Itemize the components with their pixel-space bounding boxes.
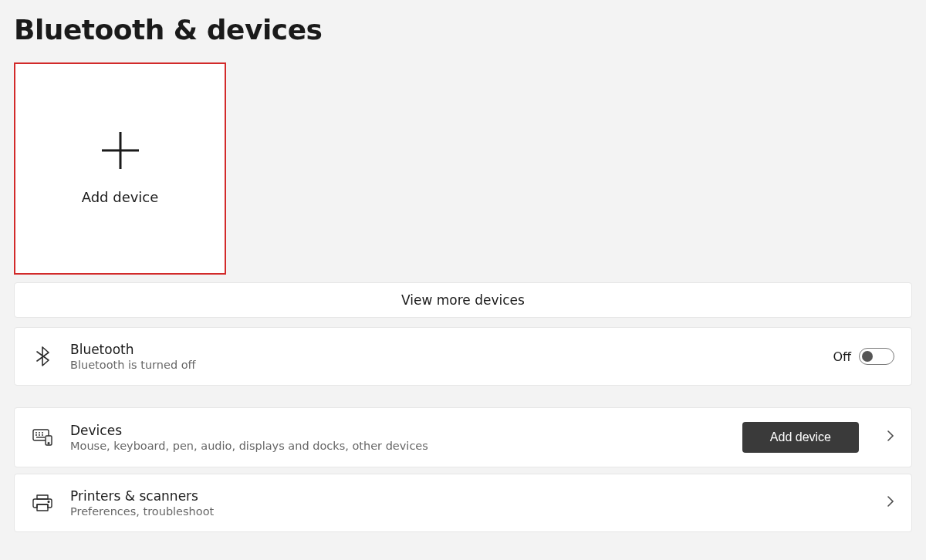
printer-icon xyxy=(32,494,53,511)
view-more-label: View more devices xyxy=(401,292,525,308)
add-device-button[interactable]: Add device xyxy=(742,422,859,453)
devices-icon xyxy=(32,429,53,446)
devices-title: Devices xyxy=(70,423,725,438)
page-title: Bluetooth & devices xyxy=(14,14,912,46)
bluetooth-toggle-label: Off xyxy=(833,349,851,364)
devices-row[interactable]: Devices Mouse, keyboard, pen, audio, dis… xyxy=(14,407,912,467)
devices-subtitle: Mouse, keyboard, pen, audio, displays an… xyxy=(70,440,725,452)
plus-icon xyxy=(102,132,139,169)
printers-subtitle: Preferences, troubleshoot xyxy=(70,505,859,518)
bluetooth-subtitle: Bluetooth is turned off xyxy=(70,359,816,371)
bluetooth-row[interactable]: Bluetooth Bluetooth is turned off Off xyxy=(14,327,912,386)
bluetooth-title: Bluetooth xyxy=(70,342,816,357)
printers-row[interactable]: Printers & scanners Preferences, trouble… xyxy=(14,474,912,532)
printers-title: Printers & scanners xyxy=(70,488,859,504)
add-device-tile-label: Add device xyxy=(82,189,159,205)
chevron-right-icon xyxy=(887,430,894,445)
chevron-right-icon xyxy=(887,495,894,511)
svg-rect-11 xyxy=(37,504,48,511)
add-device-tile[interactable]: Add device xyxy=(14,62,226,275)
toggle-knob xyxy=(862,351,873,362)
bluetooth-toggle[interactable] xyxy=(859,348,894,365)
bluetooth-icon xyxy=(32,346,53,366)
svg-point-9 xyxy=(48,443,49,444)
view-more-devices-button[interactable]: View more devices xyxy=(14,282,912,318)
svg-point-12 xyxy=(48,501,49,503)
svg-rect-10 xyxy=(37,495,48,499)
